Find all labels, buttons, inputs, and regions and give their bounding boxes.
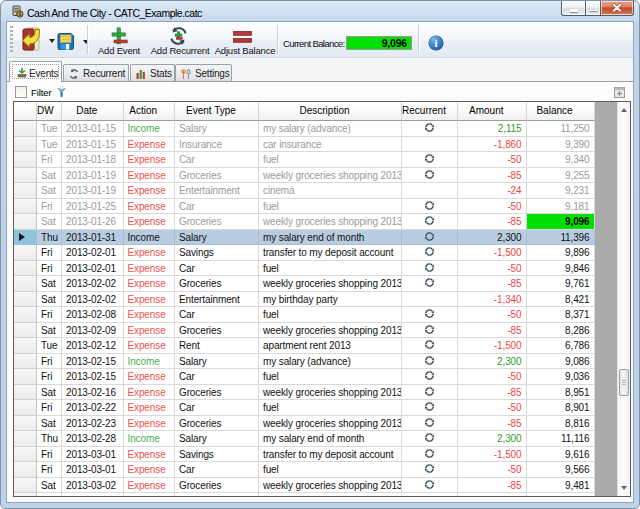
- svg-text:i: i: [434, 37, 437, 49]
- svg-text:$: $: [18, 11, 21, 17]
